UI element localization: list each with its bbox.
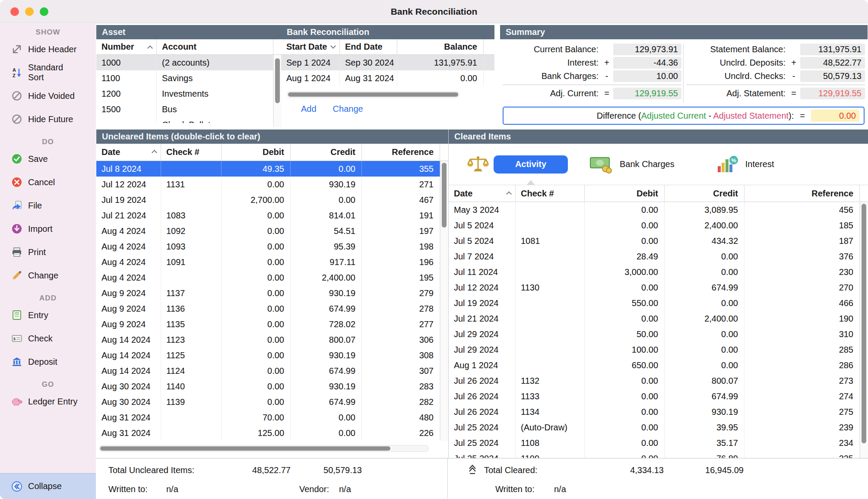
table-row[interactable]: Aug 9 202411350.00728.02277 — [96, 316, 440, 332]
table-row[interactable]: Jul 11 20243,000.000.00230 — [449, 264, 860, 280]
table-row[interactable]: Jul 25 202411080.0035.17234 — [449, 435, 860, 451]
jump-top-icon[interactable] — [467, 464, 478, 477]
change-link[interactable]: Change — [333, 104, 363, 114]
reconciliation-hscrollbar[interactable] — [287, 91, 459, 98]
table-cell: 0.00 — [665, 342, 744, 357]
table-row[interactable]: Aug 4 202410930.0095.39198 — [96, 239, 440, 254]
scrollbar-thumb[interactable] — [862, 204, 866, 443]
table-row[interactable]: Aug 14 202411240.00674.99307 — [96, 363, 440, 379]
sidebar-item-hide-header[interactable]: Hide Header — [0, 38, 96, 61]
summary-operator: + — [602, 58, 611, 68]
sidebar-item-ledger-entry[interactable]: Ledger Entry — [0, 390, 96, 413]
table-row[interactable]: Jul 19 2024550.000.00466 — [449, 295, 860, 311]
tab-interest[interactable]: Interest — [745, 159, 774, 169]
table-row[interactable]: Sep 1 2024Sep 30 2024131,975.91 — [281, 55, 494, 70]
credit-column-header[interactable]: Credit — [665, 185, 744, 202]
table-row[interactable]: Jul 21 20240.002,400.00190 — [449, 311, 860, 326]
sidebar-item-standard-sort[interactable]: AZ Standard Sort — [0, 61, 96, 84]
table-row[interactable]: Jul 25 202411090.0076.89235 — [449, 451, 860, 458]
asset-number-column-header[interactable]: Number — [96, 39, 157, 54]
minimize-button[interactable] — [25, 7, 34, 16]
debit-column-header[interactable]: Debit — [222, 144, 291, 161]
scrollbar-thumb[interactable] — [100, 446, 390, 451]
date-column-header[interactable]: Date — [96, 144, 161, 161]
table-row[interactable]: 1100Savings — [96, 70, 273, 86]
table-row[interactable]: Jul 25 2024(Auto-Draw)0.0039.95239 — [449, 420, 860, 435]
table-row[interactable]: Jul 8 202449.350.00355 — [96, 161, 440, 177]
table-row[interactable]: Aug 9 202411360.00674.99278 — [96, 301, 440, 316]
table-row[interactable]: Aug 9 202411370.00930.19279 — [96, 285, 440, 301]
cleared-scrollbar[interactable] — [860, 202, 868, 458]
uncleared-hscrollbar[interactable] — [99, 445, 429, 452]
table-row[interactable]: Aug 31 2024125.000.00226 — [96, 425, 440, 441]
sidebar-item-hide-future[interactable]: Hide Future — [0, 107, 96, 131]
sidebar-item-hide-voided[interactable]: Hide Voided — [0, 84, 96, 107]
bank-charges-field[interactable]: 10.00 — [613, 70, 681, 82]
sidebar-item-cancel[interactable]: Cancel — [0, 171, 96, 194]
tab-activity[interactable]: Activity — [494, 155, 568, 174]
sidebar-item-label: Entry — [28, 310, 48, 320]
collapse-button[interactable]: Collapse — [0, 473, 96, 499]
close-button[interactable] — [10, 7, 19, 16]
table-row[interactable]: Aug 30 202411400.00930.19283 — [96, 379, 440, 394]
table-row[interactable]: Aug 14 202411250.00930.19308 — [96, 347, 440, 363]
sidebar-item-check[interactable]: $ Check — [0, 327, 96, 350]
table-row[interactable]: Aug 30 202411390.00674.99282 — [96, 394, 440, 410]
table-row[interactable]: 1500Bus — [96, 101, 273, 117]
table-row[interactable]: Check Bullet — [96, 117, 273, 123]
table-row[interactable]: May 3 20240.003,089.95456 — [449, 202, 860, 218]
debit-column-header[interactable]: Debit — [585, 185, 665, 202]
table-cell: 1200 — [96, 86, 157, 101]
uncleared-scrollbar[interactable] — [440, 161, 448, 441]
scrollbar-thumb[interactable] — [275, 58, 280, 103]
table-row[interactable]: 1200Investments — [96, 86, 273, 101]
table-row[interactable]: Aug 31 202470.000.00480 — [96, 410, 440, 425]
sidebar-item-deposit[interactable]: Deposit — [0, 350, 96, 373]
check-column-header[interactable]: Check # — [516, 185, 585, 202]
table-row[interactable]: Jul 26 202411330.00674.99274 — [449, 388, 860, 404]
table-row[interactable]: Aug 4 202410910.00917.11196 — [96, 254, 440, 270]
table-row[interactable]: Aug 1 2024650.000.00286 — [449, 357, 860, 373]
table-row[interactable]: Jul 19 20242,700.000.00467 — [96, 192, 440, 208]
end-date-column-header[interactable]: End Date — [340, 39, 397, 54]
sidebar-item-entry[interactable]: Entry — [0, 303, 96, 327]
start-date-column-header[interactable]: Start Date — [281, 39, 340, 54]
add-link[interactable]: Add — [301, 104, 317, 114]
table-row[interactable]: Aug 4 20240.002,400.00195 — [96, 270, 440, 285]
table-row[interactable]: Aug 1 2024Aug 31 20240.00 — [281, 70, 494, 86]
table-row[interactable]: Jul 7 202428.490.00376 — [449, 249, 860, 264]
sidebar-item-import[interactable]: Import — [0, 217, 96, 240]
table-row[interactable]: Jul 12 202411300.00674.99270 — [449, 280, 860, 295]
scrollbar-thumb[interactable] — [288, 92, 458, 97]
table-cell: 0.00 — [291, 161, 362, 177]
table-row[interactable]: 1000(2 accounts) — [96, 55, 273, 70]
reference-column-header[interactable]: Reference — [744, 185, 860, 202]
scrollbar-thumb[interactable] — [442, 163, 447, 227]
tab-bank-charges[interactable]: Bank Charges — [620, 159, 675, 169]
balance-column-header[interactable]: Balance — [397, 39, 484, 54]
interest-field[interactable]: -44.36 — [613, 57, 681, 69]
sidebar-item-file[interactable]: File — [0, 194, 96, 217]
table-row[interactable]: Jul 29 202450.000.00310 — [449, 326, 860, 342]
date-column-header[interactable]: Date — [449, 185, 516, 202]
table-row[interactable]: Jul 26 202411340.00930.19275 — [449, 404, 860, 420]
zoom-button[interactable] — [40, 7, 48, 16]
difference-operator: = — [800, 111, 805, 121]
asset-account-column-header[interactable]: Account — [157, 39, 273, 54]
sidebar-item-print[interactable]: Print — [0, 240, 96, 264]
sidebar-item-save[interactable]: Save — [0, 147, 96, 171]
reference-column-header[interactable]: Reference — [362, 144, 440, 161]
table-row[interactable]: Jul 29 2024100.000.00285 — [449, 342, 860, 357]
table-row[interactable]: Jul 12 202411310.00930.19271 — [96, 177, 440, 192]
check-column-header[interactable]: Check # — [161, 144, 222, 161]
sidebar-item-change[interactable]: Change — [0, 264, 96, 287]
table-row[interactable]: Aug 4 202410920.0054.51197 — [96, 223, 440, 239]
table-row[interactable]: Jul 26 202411320.00800.07273 — [449, 373, 860, 388]
table-row[interactable]: Jul 21 202410830.00814.01191 — [96, 208, 440, 223]
credit-column-header[interactable]: Credit — [291, 144, 362, 161]
summary-operator: - — [789, 71, 798, 81]
table-row[interactable]: Jul 5 202410810.00434.32187 — [449, 233, 860, 249]
table-row[interactable]: Jul 5 20240.002,400.00185 — [449, 218, 860, 233]
table-row[interactable]: Aug 14 202411230.00800.07306 — [96, 332, 440, 347]
asset-scrollbar[interactable] — [273, 55, 281, 127]
